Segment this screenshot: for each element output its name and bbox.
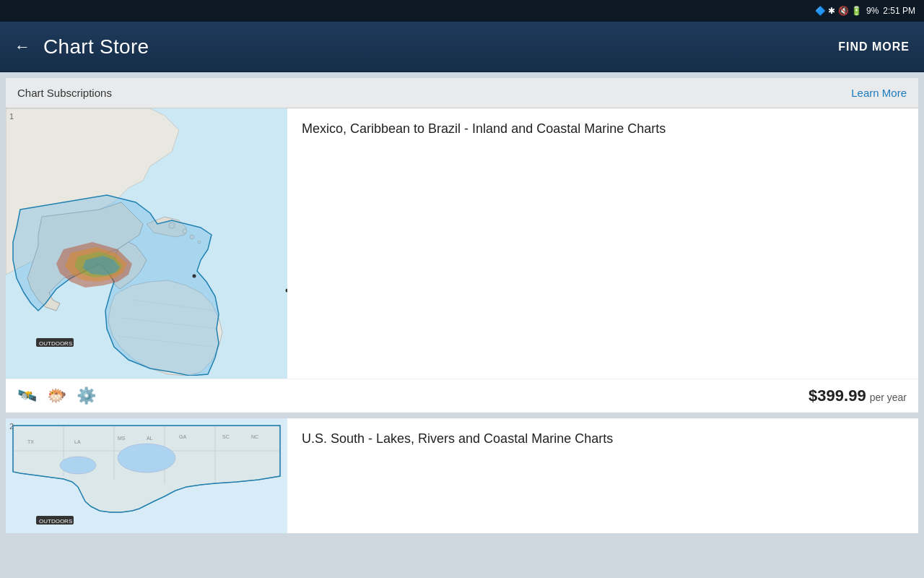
section-header: Chart Subscriptions Learn More [6, 78, 918, 108]
svg-text:NC: NC [251, 434, 258, 439]
status-time: 2:51 PM [883, 6, 915, 16]
page-title: Chart Store [43, 35, 149, 59]
section-title: Chart Subscriptions [17, 87, 112, 99]
map-svg-1: OUTDOORS [6, 108, 287, 376]
status-bar: 🔷 ✱ 🔇 🔋 9% 2:51 PM [0, 0, 924, 22]
svg-text:LA: LA [74, 439, 81, 444]
map-svg-2: TX LA MS AL GA SC NC OUTDOORS [6, 418, 287, 530]
svg-text:GA: GA [179, 434, 186, 439]
chart-map-1: 1 [6, 108, 287, 379]
price-section-1: $399.99 per year [808, 387, 907, 405]
map-number-2: 2 [9, 422, 14, 431]
card-info-1: Mexico, Caribbean to Brazil - Inland and… [287, 108, 918, 379]
svg-text:OUTDOORS: OUTDOORS [39, 518, 72, 525]
card-info-2: U.S. South - Lakes, Rivers and Coastal M… [287, 418, 918, 533]
feature-icons-1: 🛰️ 🐡 ⚙️ [17, 387, 96, 405]
svg-text:TX: TX [27, 439, 34, 444]
chart-map-2: 2 [6, 418, 287, 533]
map-number-1: 1 [9, 112, 14, 121]
map-image-1: 1 [6, 108, 287, 379]
status-battery: 9% [866, 6, 879, 16]
fish-icon: 🐡 [47, 387, 66, 405]
chart-title-1: Mexico, Caribbean to Brazil - Inland and… [302, 121, 666, 136]
find-more-button[interactable]: FIND MORE [838, 40, 910, 53]
card-content-2: 2 [6, 418, 918, 533]
chart-title-2: U.S. South - Lakes, Rivers and Coastal M… [302, 431, 613, 446]
back-button[interactable]: ← [14, 38, 30, 56]
svg-text:MS: MS [118, 436, 126, 441]
satellite-icon: 🛰️ [17, 387, 37, 405]
svg-point-10 [193, 275, 196, 278]
price-amount-1: $399.99 [808, 387, 866, 405]
main-content: Chart Subscriptions Learn More 1 [0, 72, 924, 578]
nav-left: ← Chart Store [14, 35, 149, 59]
settings-icon: ⚙️ [77, 387, 96, 405]
status-icons: 🔷 ✱ 🔇 🔋 [815, 6, 862, 16]
price-period-1: per year [870, 392, 907, 403]
card-content-1: 1 [6, 108, 918, 379]
chart-card-1[interactable]: 1 [6, 108, 918, 413]
svg-text:OUTDOORS: OUTDOORS [39, 340, 72, 347]
card-footer-1: 🛰️ 🐡 ⚙️ $399.99 per year [6, 379, 918, 413]
learn-more-link[interactable]: Learn More [851, 87, 907, 99]
svg-text:AL: AL [147, 436, 153, 441]
svg-text:SC: SC [222, 434, 230, 439]
top-nav: ← Chart Store FIND MORE [0, 22, 924, 72]
chart-card-2[interactable]: 2 [6, 418, 918, 533]
status-bar-right: 🔷 ✱ 🔇 🔋 9% 2:51 PM [815, 6, 915, 16]
map-image-2: 2 [6, 418, 287, 533]
